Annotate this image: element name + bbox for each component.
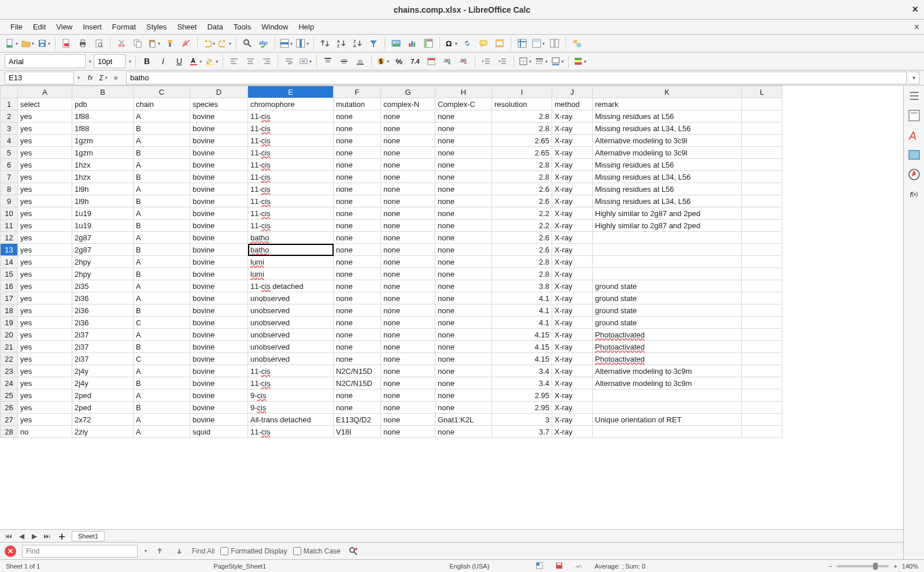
cell[interactable]: none [435,377,492,389]
cell[interactable]: yes [18,329,72,341]
cell[interactable]: A [134,256,190,268]
row-header[interactable]: 16 [1,280,18,292]
sort-za-icon[interactable]: ZA [350,36,364,50]
clear-format-icon[interactable]: A [179,36,193,50]
cell[interactable] [593,232,742,244]
cell[interactable]: none [381,135,435,147]
align-center-icon[interactable] [243,54,257,68]
headers-icon[interactable] [493,36,507,50]
cell[interactable]: X-ray [552,122,593,135]
formatted-display-check[interactable]: Formatted Display [220,547,287,555]
conditional-icon[interactable]: ▾ [573,54,587,68]
match-case-check[interactable]: Match Case [293,547,341,555]
row-header[interactable]: 3 [1,122,18,135]
tab-next-icon[interactable]: ▶ [29,531,39,541]
cell[interactable]: bovine [190,280,248,292]
menu-help[interactable]: Help [294,21,319,33]
cell[interactable]: 3.7 [492,426,552,438]
cell[interactable]: 2hpy [72,256,134,268]
cell[interactable]: 2hpy [72,268,134,280]
cell[interactable]: X-ray [552,317,593,329]
sort-desc-icon[interactable]: AZ [334,36,348,50]
cell[interactable]: X-ray [552,232,593,244]
cell[interactable]: none [435,256,492,268]
percent-icon[interactable]: % [392,54,406,68]
sidebar-gallery-icon[interactable] [907,148,921,162]
chart-icon[interactable] [405,36,419,50]
cell[interactable]: select [18,98,72,110]
cell[interactable]: A [134,292,190,304]
cell[interactable]: yes [18,171,72,183]
menu-sheet[interactable]: Sheet [172,21,201,33]
cell[interactable]: 2i36 [72,304,134,317]
cell[interactable]: ground state [593,317,742,329]
column-header[interactable]: A [18,86,72,98]
borders-icon[interactable]: ▾ [518,54,532,68]
column-header[interactable]: C [134,86,190,98]
row-header[interactable]: 11 [1,220,18,232]
cell[interactable] [593,426,742,438]
cell[interactable]: none [381,329,435,341]
cell[interactable]: bovine [190,341,248,353]
cell[interactable]: none [381,365,435,377]
cell[interactable]: 2.8 [492,171,552,183]
cell[interactable]: Missing residues at L56 [593,110,742,122]
cell[interactable]: 2.6 [492,183,552,195]
cell[interactable]: A [134,365,190,377]
cell[interactable]: X-ray [552,353,593,365]
cell[interactable]: 11-cis [248,122,334,135]
cell[interactable]: yes [18,110,72,122]
cell[interactable]: 1u19 [72,207,134,220]
cell[interactable]: none [334,207,381,220]
cell[interactable]: 4.15 [492,341,552,353]
pivot-icon[interactable] [422,36,435,50]
find-next-icon[interactable] [172,544,186,558]
status-selection-mode[interactable] [535,562,544,571]
cell[interactable]: 2.65 [492,147,552,159]
align-top-icon[interactable] [321,54,335,68]
column-header[interactable]: H [435,86,492,98]
column-header[interactable]: F [334,86,381,98]
cell[interactable]: none [334,220,381,232]
cell[interactable]: X-ray [552,147,593,159]
cell[interactable]: species [190,98,248,110]
column-header[interactable]: D [190,86,248,98]
cell[interactable]: none [334,389,381,402]
cell[interactable]: 3 [492,414,552,426]
cell[interactable]: Missing residues at L34, L56 [593,122,742,135]
cell[interactable]: yes [18,365,72,377]
paste-icon[interactable]: ▾ [147,36,161,50]
cell[interactable]: X-ray [552,195,593,207]
cell[interactable]: none [435,122,492,135]
cell[interactable]: ground state [593,304,742,317]
cell[interactable]: 2.6 [492,244,552,256]
column-header[interactable]: E [248,86,334,98]
row-header[interactable]: 24 [1,377,18,389]
cell[interactable]: 2.6 [492,195,552,207]
cell[interactable]: 4.1 [492,292,552,304]
column-header[interactable]: B [72,86,134,98]
cell[interactable]: none [381,377,435,389]
cell[interactable]: C [134,317,190,329]
cell[interactable]: Photoactivated [593,341,742,353]
menu-file[interactable]: File [6,21,27,33]
cell[interactable]: bovine [190,402,248,414]
cell[interactable] [593,268,742,280]
cell[interactable]: 2j4y [72,365,134,377]
cell[interactable]: none [435,329,492,341]
cell[interactable]: A [134,159,190,171]
cell[interactable]: yes [18,195,72,207]
column-header[interactable]: L [742,86,782,98]
cell[interactable]: bovine [190,183,248,195]
align-bottom-icon[interactable] [353,54,367,68]
find-replace-icon[interactable] [241,36,254,50]
menu-edit[interactable]: Edit [28,21,50,33]
cell[interactable]: none [334,292,381,304]
underline-icon[interactable]: U [172,54,186,68]
font-color-icon[interactable]: A▾ [189,54,202,68]
find-input[interactable] [22,545,138,558]
row-header[interactable]: 20 [1,329,18,341]
cell[interactable]: none [334,110,381,122]
border-color-icon[interactable]: ▾ [550,54,564,68]
cell[interactable]: X-ray [552,389,593,402]
